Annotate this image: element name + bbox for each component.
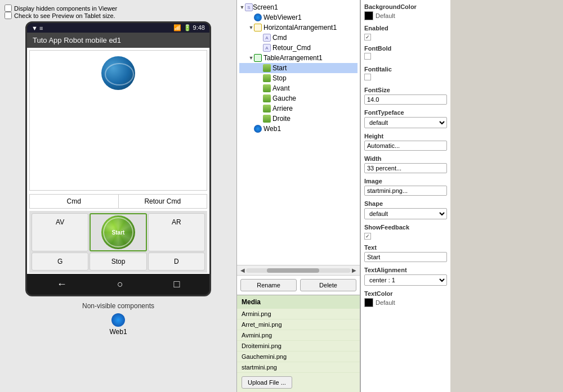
prop-fontbold: FontBold: [364, 45, 447, 61]
retour-cmd-icon: A: [263, 44, 271, 52]
delete-button[interactable]: Delete: [300, 279, 356, 291]
tree-table-arrangement1[interactable]: ▼ TableArrangement1: [239, 53, 358, 63]
top-options: Display hidden components in Viewer Chec…: [5, 4, 232, 19]
web1-tree-icon: [254, 125, 262, 133]
tree-webviewer1[interactable]: WebViewer1: [239, 12, 358, 22]
arriere-icon: [263, 105, 271, 112]
textcolor-swatch[interactable]: [364, 298, 373, 307]
tree-web1[interactable]: Web1: [239, 124, 358, 134]
tree-cmd[interactable]: A Cmd: [239, 33, 358, 43]
recent-nav-icon[interactable]: □: [173, 278, 180, 290]
cmd-cell: Cmd: [30, 195, 119, 208]
h-scrollbar-thumb[interactable]: [267, 268, 319, 273]
status-icons: 📶 🔋 9:48: [173, 24, 205, 31]
bgcolor-value: Default: [376, 12, 395, 19]
web1-icon: [111, 313, 125, 327]
app-title: Tuto App Robot mobile ed1: [33, 36, 121, 44]
properties-panel: BackgroundColor Default Enabled ✓ FontBo…: [360, 0, 450, 392]
home-nav-icon[interactable]: ○: [117, 278, 123, 290]
textalignment-select[interactable]: center : 1: [364, 274, 447, 286]
fontbold-checkbox[interactable]: [364, 53, 371, 60]
media-item-avmini[interactable]: Avmini.png: [237, 330, 360, 341]
tree-avant[interactable]: Avant: [239, 83, 358, 93]
upload-file-button[interactable]: Upload File ...: [242, 376, 292, 389]
bgcolor-swatch[interactable]: [364, 11, 373, 20]
showfeedback-checkbox[interactable]: ✓: [364, 233, 371, 240]
start-button[interactable]: Start: [90, 213, 146, 251]
g-button[interactable]: G: [32, 253, 88, 271]
prop-shape: Shape default: [364, 200, 447, 219]
expand-screen1-icon[interactable]: ▼: [239, 4, 245, 10]
droite-icon: [263, 115, 271, 123]
expand-table1-icon[interactable]: ▼: [248, 55, 254, 61]
prop-width: Width: [364, 155, 447, 173]
image-input[interactable]: [364, 186, 447, 196]
phone-viewer: [29, 50, 207, 191]
scroll-right-arrow[interactable]: ▶: [351, 267, 358, 273]
tree-retour-cmd[interactable]: A Retour_Cmd: [239, 43, 358, 53]
ha1-label: HorizontalArrangement1: [263, 24, 337, 31]
text-input[interactable]: [364, 252, 447, 262]
fontsize-input[interactable]: [364, 94, 447, 105]
showfeedback-label: ShowFeedback: [364, 224, 447, 231]
retour-cmd-cell: Retour Cmd: [119, 195, 207, 208]
table1-icon: [254, 54, 262, 62]
prop-height: Height: [364, 133, 447, 151]
tree-gauche[interactable]: Gauche: [239, 93, 358, 103]
horizontal-scrollbar: ◀ ▶: [237, 265, 360, 275]
display-hidden-checkbox[interactable]: [5, 4, 12, 12]
prop-image: Image: [364, 178, 447, 196]
stop-button[interactable]: Stop: [90, 253, 146, 271]
rename-button[interactable]: Rename: [240, 279, 297, 291]
phone-nav-bar: ← ○ □: [27, 274, 209, 295]
web1-tree-label: Web1: [263, 125, 281, 133]
web1-component: Web1: [82, 313, 154, 336]
height-input[interactable]: [364, 141, 447, 151]
media-item-armini[interactable]: Armini.png: [237, 309, 360, 319]
image-label: Image: [364, 178, 447, 184]
non-visible-section: Non-visible components Web1: [82, 302, 154, 336]
left-panel: Display hidden components in Viewer Chec…: [0, 0, 236, 392]
tree-start[interactable]: Start: [239, 63, 358, 73]
fontitalic-checkbox[interactable]: [364, 74, 371, 80]
prop-text: Text: [364, 244, 447, 262]
h-scrollbar-track[interactable]: [246, 268, 351, 273]
media-item-droite[interactable]: Droitemini.png: [237, 341, 360, 352]
prop-textcolor: TextColor Default: [364, 290, 447, 307]
width-label: Width: [364, 155, 447, 162]
tree-horizontal-arrangement1[interactable]: ▼ HorizontalArrangement1: [239, 22, 358, 33]
textcolor-value: Default: [376, 299, 395, 306]
prop-fontitalic: FontItalic: [364, 66, 447, 82]
ar-button[interactable]: AR: [148, 213, 205, 251]
tree-screen1[interactable]: ▼ S Screen1: [239, 2, 358, 12]
prop-enabled: Enabled ✓: [364, 25, 447, 40]
fontbold-label: FontBold: [364, 45, 447, 52]
scroll-left-arrow[interactable]: ◀: [239, 267, 246, 273]
stop-icon: [263, 74, 271, 82]
media-item-startmini[interactable]: startmini.png: [237, 362, 360, 373]
carrier-info: ▼ ≡: [32, 25, 43, 31]
tree-stop[interactable]: Stop: [239, 73, 358, 83]
prop-textalignment: TextAlignment center : 1: [364, 267, 447, 286]
d-button[interactable]: D: [148, 253, 205, 271]
prop-fontsize: FontSize: [364, 87, 447, 105]
display-hidden-option[interactable]: Display hidden components in Viewer: [5, 4, 232, 12]
shape-select[interactable]: default: [364, 208, 447, 219]
tree-droite[interactable]: Droite: [239, 114, 358, 124]
textcolor-label: TextColor: [364, 290, 447, 297]
retour-cmd-label: Retour_Cmd: [272, 44, 311, 52]
avant-icon: [263, 84, 271, 92]
prop-showfeedback: ShowFeedback ✓: [364, 224, 447, 240]
av-button[interactable]: AV: [32, 213, 88, 251]
media-item-arret[interactable]: Arret_mini.png: [237, 319, 360, 330]
component-tree: ▼ S Screen1 WebViewer1 ▼ HorizontalArran…: [237, 0, 360, 265]
media-item-gauche[interactable]: Gauchemini.png: [237, 352, 360, 362]
enabled-checkbox[interactable]: ✓: [364, 34, 371, 40]
tablet-preview-option[interactable]: Check to see Preview on Tablet size.: [5, 12, 232, 19]
tablet-preview-checkbox[interactable]: [5, 12, 12, 19]
back-nav-icon[interactable]: ←: [57, 278, 67, 290]
expand-ha1-icon[interactable]: ▼: [248, 25, 254, 30]
tree-arriere[interactable]: Arriere: [239, 103, 358, 114]
width-input[interactable]: [364, 163, 447, 173]
fonttypeface-select[interactable]: default: [364, 117, 447, 128]
